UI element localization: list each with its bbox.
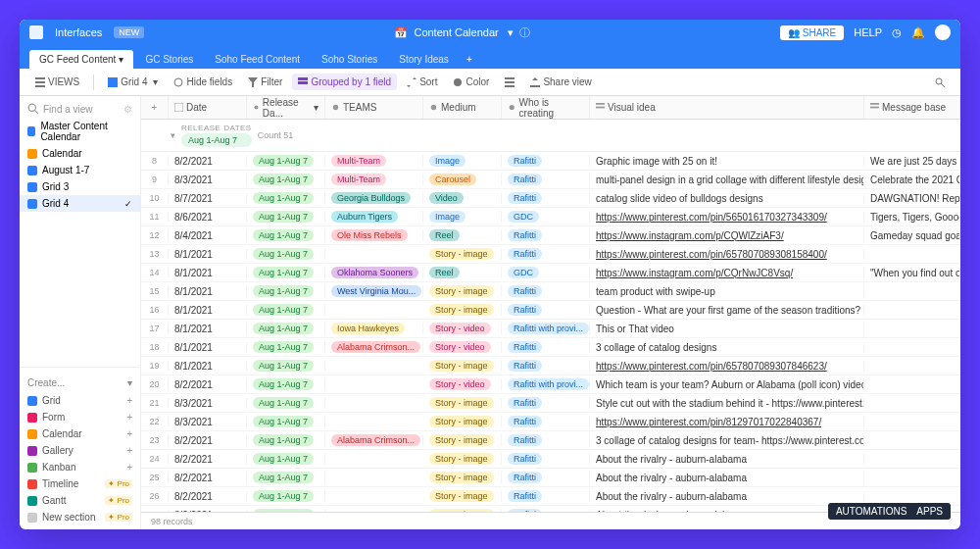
cell-medium[interactable]: Story - image: [423, 416, 502, 427]
expand-col[interactable]: +: [141, 96, 169, 119]
group-button[interactable]: Grouped by 1 field: [292, 74, 397, 90]
cell-date[interactable]: 8/1/2021: [169, 286, 247, 297]
table-row[interactable]: 24 8/2/2021 Aug 1-Aug 7 Story - image Ra…: [141, 450, 960, 469]
cell-visual[interactable]: https://www.pinterest.com/pin/5650161703…: [590, 212, 864, 223]
cell-teams[interactable]: West Virginia Mou...: [325, 285, 423, 297]
cell-release[interactable]: Aug 1-Aug 7: [247, 323, 325, 334]
table-row[interactable]: 22 8/3/2021 Aug 1-Aug 7 Story - image Ra…: [141, 413, 960, 431]
cell-medium[interactable]: Story - video: [423, 341, 502, 353]
hide-fields-button[interactable]: Hide fields: [168, 74, 238, 90]
cell-date[interactable]: 8/2/2021: [169, 454, 247, 465]
cell-visual[interactable]: catalog slide video of bulldogs designs: [590, 193, 864, 204]
cell-medium[interactable]: Image: [423, 211, 502, 223]
table-row[interactable]: 20 8/2/2021 Aug 1-Aug 7 Story - video Ra…: [141, 375, 960, 394]
table-row[interactable]: 16 8/1/2021 Aug 1-Aug 7 Story - image Ra…: [141, 301, 960, 320]
cell-release[interactable]: Aug 1-Aug 7: [247, 453, 325, 465]
create-section-header[interactable]: Create...▾: [20, 374, 140, 392]
cell-medium[interactable]: Story - image: [423, 472, 502, 483]
cell-date[interactable]: 8/2/2021: [169, 435, 247, 446]
cell-date[interactable]: 8/1/2021: [169, 324, 247, 334]
help-link[interactable]: HELP: [854, 26, 882, 38]
app-logo-icon[interactable]: [29, 25, 43, 39]
table-row[interactable]: 11 8/6/2021 Aug 1-Aug 7 Auburn Tigers Im…: [141, 208, 960, 226]
cell-teams[interactable]: Georgia Bulldogs: [325, 192, 423, 204]
link-text[interactable]: https://www.pinterest.com/pin/6578070893…: [596, 249, 827, 260]
cell-release[interactable]: Aug 1-Aug 7: [247, 304, 325, 316]
cell-creator[interactable]: Rafitti with provi...: [502, 323, 590, 334]
cell-creator[interactable]: Rafitti: [502, 453, 590, 465]
cell-creator[interactable]: Rafitti: [502, 360, 590, 372]
cell-release[interactable]: Aug 1-Aug 7: [247, 229, 325, 241]
table-tab[interactable]: Soho Feed Content: [205, 50, 310, 69]
table-row[interactable]: 12 8/4/2021 Aug 1-Aug 7 Ole Miss Rebels …: [141, 226, 960, 245]
cell-release[interactable]: Aug 1-Aug 7: [247, 155, 325, 167]
gear-icon[interactable]: ⚙: [123, 104, 132, 115]
cell-date[interactable]: 8/6/2021: [169, 212, 247, 223]
add-table-button[interactable]: +: [461, 50, 478, 69]
cell-teams[interactable]: Iowa Hawkeyes: [325, 323, 423, 334]
cell-creator[interactable]: Rafitti: [502, 174, 590, 185]
table-row[interactable]: 19 8/1/2021 Aug 1-Aug 7 Story - image Ra…: [141, 357, 960, 375]
avatar[interactable]: [935, 25, 951, 40]
cell-release[interactable]: Aug 1-Aug 7: [247, 472, 325, 483]
cell-creator[interactable]: Rafitti with provi...: [502, 378, 590, 390]
cell-release[interactable]: Aug 1-Aug 7: [247, 416, 325, 427]
table-row[interactable]: 21 8/3/2021 Aug 1-Aug 7 Story - image Ra…: [141, 394, 960, 413]
cell-release[interactable]: Aug 1-Aug 7: [247, 434, 325, 446]
apps-link[interactable]: APPS: [916, 506, 943, 517]
cell-visual[interactable]: Style cut out with the stadium behind it…: [590, 398, 864, 409]
cell-release[interactable]: Aug 1-Aug 7: [247, 192, 325, 204]
cell-message[interactable]: Tigers, Tigers, Gooooooo Tigers!: [864, 212, 960, 223]
cell-date[interactable]: 8/1/2021: [169, 342, 247, 353]
cell-release[interactable]: Aug 1-Aug 7: [247, 248, 325, 260]
views-button[interactable]: VIEWS: [29, 74, 85, 90]
cell-release[interactable]: Aug 1-Aug 7: [247, 360, 325, 372]
cell-teams[interactable]: Oklahoma Sooners: [325, 267, 423, 278]
table-tab[interactable]: GC Feed Content▾: [29, 50, 133, 69]
cell-medium[interactable]: Carousel: [423, 174, 502, 185]
create-view-item[interactable]: Calendar+: [20, 425, 140, 442]
cell-teams[interactable]: Multi-Team: [325, 155, 423, 167]
find-view-input[interactable]: Find a view ⚙: [20, 100, 140, 118]
cell-date[interactable]: 8/1/2021: [169, 268, 247, 278]
color-button[interactable]: Color: [447, 74, 495, 90]
cell-visual[interactable]: This or That video: [590, 324, 864, 334]
cell-teams[interactable]: Alabama Crimson...: [325, 434, 423, 446]
base-title[interactable]: Content Calendar: [414, 26, 498, 38]
group-header[interactable]: ▾ RELEASE DATES Aug 1-Aug 7 Count 51: [141, 120, 960, 152]
cell-creator[interactable]: Rafitti: [502, 472, 590, 483]
link-text[interactable]: https://www.pinterest.com/pin/8129701702…: [596, 417, 821, 427]
cell-creator[interactable]: Rafitti: [502, 304, 590, 316]
cell-date[interactable]: 8/2/2021: [169, 473, 247, 483]
cell-creator[interactable]: GDC: [502, 267, 590, 278]
cell-message[interactable]: We are just 25 days away from football s…: [864, 156, 960, 167]
cell-medium[interactable]: Story - video: [423, 378, 502, 390]
link-text[interactable]: https://www.pinterest.com/pin/5650161703…: [596, 212, 827, 223]
cell-creator[interactable]: Rafitti: [502, 341, 590, 353]
bell-icon[interactable]: 🔔: [911, 26, 925, 39]
table-tab[interactable]: GC Stories: [135, 50, 203, 69]
cell-message[interactable]: Gameday squad goals! Tag your gameday sq…: [864, 230, 960, 241]
cell-visual[interactable]: https://www.pinterest.com/pin/6578070893…: [590, 361, 864, 372]
cell-date[interactable]: 8/1/2021: [169, 305, 247, 316]
sidebar-view-item[interactable]: Grid 3: [20, 178, 140, 195]
cell-creator[interactable]: Rafitti: [502, 192, 590, 204]
cell-visual[interactable]: 3 collage of catalog designs: [590, 342, 864, 353]
cell-visual[interactable]: About the rivalry - auburn-alabama: [590, 454, 864, 465]
cell-teams[interactable]: Multi-Team: [325, 174, 423, 185]
col-creator[interactable]: Who is creating: [502, 96, 590, 119]
cell-medium[interactable]: Story - image: [423, 397, 502, 409]
col-date[interactable]: Date: [169, 96, 247, 119]
cell-visual[interactable]: team product with swipe-up: [590, 286, 864, 297]
table-row[interactable]: 13 8/1/2021 Aug 1-Aug 7 Story - image Ra…: [141, 245, 960, 264]
cell-release[interactable]: Aug 1-Aug 7: [247, 341, 325, 353]
col-visual[interactable]: Visual idea: [590, 96, 864, 119]
sort-button[interactable]: Sort: [401, 74, 443, 90]
table-tab[interactable]: Story Ideas: [389, 50, 459, 69]
cell-creator[interactable]: Rafitti: [502, 248, 590, 260]
cell-release[interactable]: Aug 1-Aug 7: [247, 285, 325, 297]
search-button[interactable]: [929, 75, 951, 90]
cell-creator[interactable]: Rafitti: [502, 434, 590, 446]
table-row[interactable]: 15 8/1/2021 Aug 1-Aug 7 West Virginia Mo…: [141, 282, 960, 301]
cell-release[interactable]: Aug 1-Aug 7: [247, 490, 325, 502]
